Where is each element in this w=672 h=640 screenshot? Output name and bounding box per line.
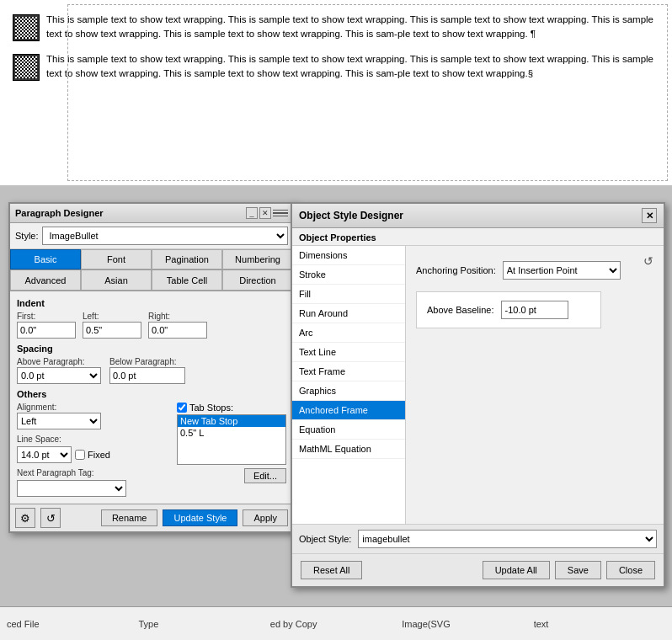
baseline-box: Above Baseline:	[416, 291, 601, 328]
alignment-col: Alignment: Left Line Space: 14.0 pt Fixe…	[17, 403, 168, 497]
doc-paragraph-1: This is sample text to show text wrappin…	[13, 13, 659, 42]
others-section-title: Others	[17, 389, 286, 399]
obj-props-label: Object Properties	[292, 228, 664, 246]
tab-stops-label: Tab Stops:	[189, 403, 233, 413]
right-indent-input[interactable]	[148, 322, 207, 339]
obj-designer-title: Object Style Designer	[299, 210, 403, 221]
close-button[interactable]: Close	[606, 561, 655, 579]
sidebar-item-anchored-frame[interactable]: Anchored Frame	[292, 401, 405, 420]
sidebar-item-dimensions[interactable]: Dimensions	[292, 246, 405, 265]
rename-button[interactable]: Rename	[101, 509, 158, 526]
tab-direction[interactable]: Direction	[222, 270, 293, 291]
hamburger-line-1	[273, 210, 288, 211]
below-para-label: Below Paragraph:	[109, 357, 185, 366]
doc-image-2	[13, 54, 40, 81]
baseline-label: Above Baseline:	[427, 305, 494, 315]
left-indent-group: Left:	[83, 312, 141, 339]
obj-designer-titlebar: Object Style Designer ✕	[292, 204, 664, 228]
tab-pagination[interactable]: Pagination	[152, 249, 222, 269]
tab-font[interactable]: Font	[81, 249, 152, 269]
first-label: First:	[17, 312, 76, 321]
alignment-select[interactable]: Left	[17, 413, 101, 429]
status-text-copy: ed by Copy	[270, 619, 317, 629]
fixed-checkbox[interactable]	[75, 450, 85, 460]
spacing-section-title: Spacing	[17, 344, 286, 354]
status-text-image: Image(SVG	[402, 619, 450, 629]
sidebar-item-equation[interactable]: Equation	[292, 420, 405, 440]
refresh-button[interactable]: ↺	[40, 508, 61, 528]
tab-stops-list[interactable]: New Tab Stop 0.5" L	[177, 414, 286, 465]
obj-style-select[interactable]: imagebullet	[358, 530, 657, 548]
above-para-select[interactable]: 0.0 pt	[17, 367, 101, 384]
status-text-type: Type	[138, 619, 158, 629]
sidebar-item-stroke[interactable]: Stroke	[292, 265, 405, 285]
below-para-input[interactable]	[109, 367, 185, 384]
sidebar-item-text-frame[interactable]: Text Frame	[292, 362, 405, 381]
status-bar-cols: ced File Type ed by Copy Image(SVG text	[7, 619, 665, 629]
tabstops-col: Tab Stops: New Tab Stop 0.5" L Edit...	[177, 403, 286, 497]
left-label: Left:	[83, 312, 141, 321]
tab-stop-item-2[interactable]: 0.5" L	[178, 427, 285, 439]
tab-advanced[interactable]: Advanced	[10, 270, 81, 291]
obj-designer-close[interactable]: ✕	[642, 208, 657, 223]
reset-all-button[interactable]: Reset All	[301, 561, 362, 579]
tab-stop-item-1[interactable]: New Tab Stop	[178, 415, 285, 427]
para-designer-minimize[interactable]: _	[246, 207, 258, 219]
sidebar-item-run-around[interactable]: Run Around	[292, 304, 405, 323]
line-space-label: Line Space:	[17, 435, 61, 444]
obj-bottom-left: Reset All	[301, 561, 362, 579]
status-text-file: ced File	[7, 619, 40, 629]
tab-numbering[interactable]: Numbering	[222, 249, 293, 269]
doc-paragraph-2: This is sample text to show text wrappin…	[13, 52, 659, 82]
para-designer-close[interactable]: ✕	[259, 207, 271, 219]
above-para-col: Above Paragraph: 0.0 pt	[17, 357, 101, 384]
next-para-select[interactable]	[17, 480, 126, 497]
sidebar-item-graphics[interactable]: Graphics	[292, 381, 405, 401]
baseline-row: Above Baseline:	[427, 301, 590, 319]
hamburger-line-2	[273, 212, 288, 214]
doc-text-1: This is sample text to show text wrappin…	[46, 13, 659, 42]
indent-row: First: Left: Right:	[17, 312, 286, 339]
left-indent-input[interactable]	[83, 322, 141, 339]
para-content: Indent First: Left: Right: Spacing Above…	[10, 291, 293, 504]
sidebar-item-fill[interactable]: Fill	[292, 285, 405, 304]
first-indent-group: First:	[17, 312, 76, 339]
sidebar-item-arc[interactable]: Arc	[292, 323, 405, 343]
obj-style-row: Object Style: imagebullet	[292, 524, 664, 554]
spacing-row: Above Paragraph: 0.0 pt Below Paragraph:	[17, 357, 286, 384]
others-row: Alignment: Left Line Space: 14.0 pt Fixe…	[17, 403, 286, 497]
para-designer-controls: _ ✕	[246, 207, 288, 219]
para-designer-menu[interactable]	[273, 207, 288, 219]
obj-body: Dimensions Stroke Fill Run Around Arc Te…	[292, 246, 664, 524]
tab-asian[interactable]: Asian	[81, 270, 152, 291]
first-indent-input[interactable]	[17, 322, 76, 339]
anchoring-select[interactable]: At Insertion Point At Top of Column At B…	[503, 261, 621, 280]
sidebar-item-text-line[interactable]: Text Line	[292, 343, 405, 362]
doc-image-1	[13, 14, 40, 41]
edit-button[interactable]: Edit...	[244, 468, 286, 483]
obj-panel: ↺ Anchoring Position: At Insertion Point…	[406, 246, 664, 524]
obj-refresh-button[interactable]: ↺	[640, 253, 657, 269]
gear-button[interactable]: ⚙	[15, 508, 35, 528]
line-space-select[interactable]: 14.0 pt	[17, 446, 72, 463]
obj-sidebar: Dimensions Stroke Fill Run Around Arc Te…	[292, 246, 406, 524]
save-button[interactable]: Save	[555, 561, 601, 579]
status-col-2: Type	[138, 619, 269, 629]
tab-row-1: Basic Font Pagination Numbering	[10, 249, 293, 270]
apply-button[interactable]: Apply	[243, 509, 288, 526]
style-select[interactable]: ImageBullet	[42, 227, 288, 245]
tab-stops-row: Tab Stops:	[177, 403, 286, 413]
fixed-check-group: Fixed	[75, 450, 110, 460]
update-style-button[interactable]: Update Style	[163, 509, 237, 526]
status-bar: ced File Type ed by Copy Image(SVG text	[0, 606, 672, 640]
tab-stops-checkbox[interactable]	[177, 403, 187, 413]
object-style-designer-dialog: Object Style Designer ✕ Object Propertie…	[291, 202, 665, 588]
tab-table-cell[interactable]: Table Cell	[152, 270, 222, 291]
update-all-button[interactable]: Update All	[483, 561, 550, 579]
above-para-label: Above Paragraph:	[17, 357, 101, 366]
tab-basic[interactable]: Basic	[10, 249, 81, 269]
status-col-1: ced File	[7, 619, 138, 629]
baseline-input[interactable]	[501, 301, 568, 319]
sidebar-item-mathml-equation[interactable]: MathML Equation	[292, 440, 405, 459]
line-space-row: Line Space:	[17, 435, 168, 445]
